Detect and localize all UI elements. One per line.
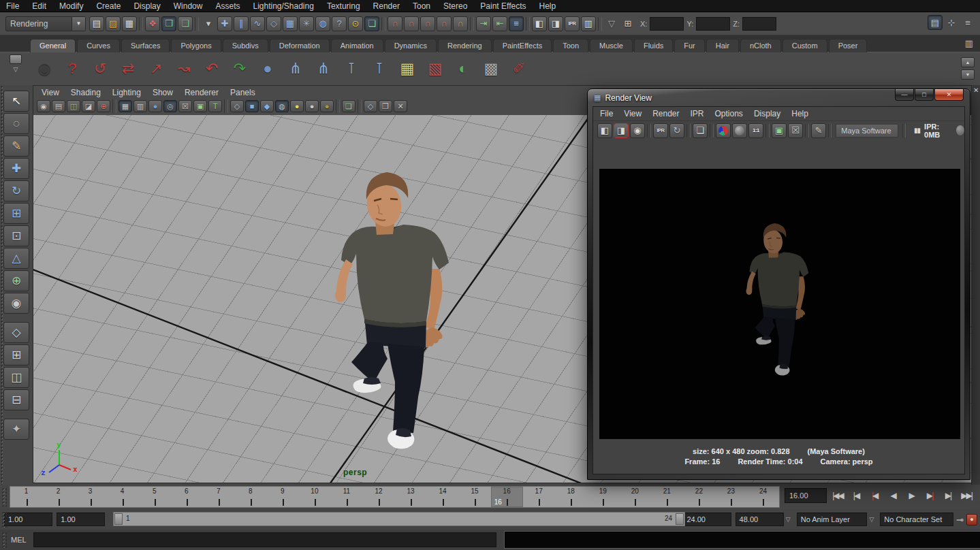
redo-previous-render-button[interactable]: ◨ xyxy=(614,123,629,138)
main-menu-item-file[interactable]: File xyxy=(6,1,19,11)
assign-shader-button[interactable]: ◐ xyxy=(451,56,475,81)
soft-modification-tool[interactable]: △ xyxy=(3,248,29,269)
timeline-frame-12[interactable]: 12 xyxy=(362,487,394,507)
renderer-select-dropdown[interactable]: Maya Software xyxy=(836,124,898,138)
lasso-tool[interactable]: ◌ xyxy=(3,113,29,134)
undo-button[interactable]: ↶ xyxy=(200,56,224,81)
step-forward-key-button[interactable]: ▶| xyxy=(921,487,939,504)
shelf-tab-ncloth[interactable]: nCloth xyxy=(740,39,781,52)
timeline-frame-16[interactable]: 1616 xyxy=(491,487,523,507)
panel-close-icon[interactable]: ✕ xyxy=(973,86,979,94)
select-component-button[interactable]: ❑ xyxy=(178,16,193,31)
move-tool[interactable]: ✚ xyxy=(3,158,29,179)
ik-spline-button[interactable]: ⋔ xyxy=(311,56,336,81)
shelf-tab-fluids[interactable]: Fluids xyxy=(634,39,673,52)
create-node-button[interactable]: ▧ xyxy=(423,56,447,81)
field-chart-button[interactable]: ☒ xyxy=(178,100,192,112)
main-menu-item-toon[interactable]: Toon xyxy=(413,1,430,11)
character-set-popup-icon[interactable]: ▽ xyxy=(869,516,874,523)
main-menu-item-assets[interactable]: Assets xyxy=(215,1,240,11)
main-menu-item-help[interactable]: Help xyxy=(539,1,556,11)
auto-keyframe-toggle[interactable]: ● xyxy=(966,514,977,525)
layout-outliner-persp[interactable]: ◫ xyxy=(3,367,29,388)
shelf-tab-general[interactable]: General xyxy=(30,39,76,52)
bookmark-button[interactable]: ◫ xyxy=(67,100,80,112)
playback-range-bar[interactable]: 1 24 xyxy=(113,512,685,526)
go-to-start-button[interactable]: |◀◀ xyxy=(829,487,847,504)
render-view-menu-item-display[interactable]: Display xyxy=(754,109,780,118)
shelf-tab-fur[interactable]: Fur xyxy=(674,39,705,52)
range-slider-grip[interactable] xyxy=(1,511,7,528)
wireframe-on-shaded-button[interactable]: ✕ xyxy=(394,100,407,112)
playback-start-field[interactable]: 1.00 xyxy=(57,513,105,526)
layout-four-pane[interactable]: ⊞ xyxy=(3,344,29,366)
timeline-frame-19[interactable]: 19 xyxy=(587,487,619,507)
viewport-menu-item-renderer[interactable]: Renderer xyxy=(185,88,219,97)
shelf-scroll-up-button[interactable]: ▲ xyxy=(961,57,975,67)
mask-handles-button[interactable]: ✚ xyxy=(217,16,232,31)
timeline-frame-1[interactable]: 1 xyxy=(10,487,42,507)
ipr-render-button[interactable]: IPR xyxy=(653,123,668,138)
go-to-end-button[interactable]: ▶▶| xyxy=(958,487,976,504)
output-connections-button[interactable]: ⇤ xyxy=(492,16,507,31)
delete-unused-button[interactable]: ● xyxy=(255,56,280,81)
select-by-name-button[interactable]: ⊞ xyxy=(620,16,635,31)
timeline-frame-4[interactable]: 4 xyxy=(106,487,138,507)
shelf-menu-arrow-icon[interactable]: ▽ xyxy=(14,66,18,73)
camera-attributes-button[interactable]: ▤ xyxy=(52,100,65,112)
dragon-icon[interactable]: ✦ xyxy=(3,419,29,440)
playblast-button[interactable]: ◉ xyxy=(32,56,57,81)
rendered-image[interactable] xyxy=(599,169,960,439)
mask-misc-button[interactable]: ? xyxy=(332,16,347,31)
z-coordinate-field[interactable] xyxy=(742,17,776,31)
character-set-dropdown[interactable]: No Character Set xyxy=(880,513,953,526)
render-view-menu-item-ipr[interactable]: IPR xyxy=(691,109,704,118)
layout-single-pane[interactable]: ◇ xyxy=(3,322,29,343)
paint-selection-tool[interactable]: ✎ xyxy=(3,135,29,157)
anim-layer-popup-icon[interactable]: ▽ xyxy=(786,516,791,523)
xray-button[interactable]: ❐ xyxy=(379,100,392,112)
render-view-menu-item-render[interactable]: Render xyxy=(652,109,679,118)
mask-rendering-button[interactable]: ◍ xyxy=(315,16,330,31)
anim-layer-dropdown[interactable]: No Anim Layer xyxy=(797,513,868,526)
timeline-frame-18[interactable]: 18 xyxy=(555,487,587,507)
input-connections-button[interactable]: ⇥ xyxy=(476,16,491,31)
selection-mask-popup[interactable]: ▾ xyxy=(201,16,216,31)
mask-joints-button[interactable]: ∥ xyxy=(234,16,249,31)
select-tool[interactable]: ↖ xyxy=(3,91,29,112)
new-scene-button[interactable]: ▤ xyxy=(89,16,104,31)
step-forward-frame-button[interactable]: ▶| xyxy=(940,487,958,504)
timeline-frame-11[interactable]: 11 xyxy=(330,487,362,507)
construction-history-button[interactable]: ≡ xyxy=(509,16,524,31)
redo-button[interactable]: ↷ xyxy=(227,56,252,81)
gate-mask-button[interactable]: ◎ xyxy=(163,100,177,112)
main-menu-item-modify[interactable]: Modify xyxy=(59,1,83,11)
camera-dolly-button[interactable]: ⇄ xyxy=(116,56,140,81)
timeline-frame-20[interactable]: 20 xyxy=(619,487,651,507)
tool-settings-toggle[interactable]: ⊹ xyxy=(944,15,959,30)
shelf-tab-curves[interactable]: Curves xyxy=(77,39,120,52)
open-render-view-button[interactable]: ◧ xyxy=(532,16,547,31)
range-start-handle[interactable] xyxy=(114,513,123,525)
main-menu-item-edit[interactable]: Edit xyxy=(32,1,46,11)
shelf-tab-subdivs[interactable]: Subdivs xyxy=(223,39,268,52)
step-back-frame-button[interactable]: |◀ xyxy=(848,487,866,504)
timeline-frame-10[interactable]: 10 xyxy=(298,487,330,507)
render-view-menu-item-file[interactable]: File xyxy=(600,109,613,118)
command-language-toggle[interactable]: MEL xyxy=(11,536,27,544)
select-hierarchy-button[interactable]: ❖ xyxy=(145,16,160,31)
mask-surfaces-button[interactable]: ◇ xyxy=(266,16,281,31)
timeline-frame-3[interactable]: 3 xyxy=(74,487,106,507)
y-coordinate-field[interactable] xyxy=(696,17,730,31)
view-axis-button[interactable]: ⊕ xyxy=(97,100,110,112)
shaded-mode-button[interactable]: ■ xyxy=(245,100,259,112)
shelf-tab-muscle[interactable]: Muscle xyxy=(590,39,633,52)
shelf-tab-painteffects[interactable]: PaintEffects xyxy=(493,39,552,52)
shelf-scroll-down-button[interactable]: ▼ xyxy=(961,69,975,80)
range-end-handle[interactable] xyxy=(676,513,684,525)
viewport-menu-item-lighting[interactable]: Lighting xyxy=(112,88,141,97)
close-button[interactable]: ✕ xyxy=(934,89,964,101)
play-forwards-button[interactable]: ▶ xyxy=(903,487,921,504)
shelf-tab-custom[interactable]: Custom xyxy=(783,39,827,52)
timeline-frame-14[interactable]: 14 xyxy=(427,487,459,507)
